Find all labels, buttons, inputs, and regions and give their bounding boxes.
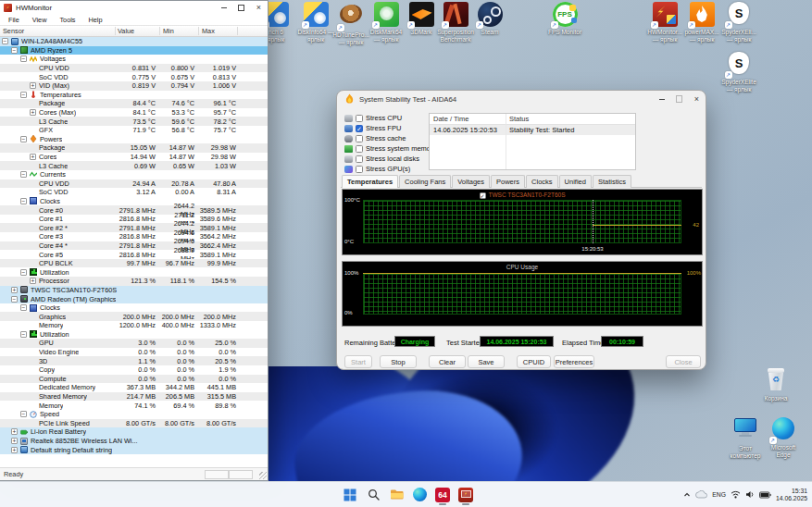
- category-row[interactable]: −Clocks: [0, 303, 268, 313]
- sensor-row[interactable]: Compute0.0 %0.0 %0.0 %: [0, 375, 268, 384]
- sensor-row[interactable]: Shared Memory214.7 MB206.5 MB315.5 MB: [0, 392, 268, 402]
- recycle-bin[interactable]: ♻Корзина: [756, 368, 796, 402]
- column-header-min[interactable]: Min: [163, 27, 174, 35]
- taskbar-search-icon[interactable]: [362, 484, 384, 505]
- start-button[interactable]: Start: [344, 355, 372, 368]
- sensor-row[interactable]: Memory74.1 %69.4 %89.8 %: [0, 401, 268, 410]
- taskbar-aida64-icon[interactable]: 64: [431, 484, 454, 505]
- checkbox-unchecked[interactable]: [356, 155, 363, 163]
- test-log-table[interactable]: Date / Time Status 14.06.2025 15:20:53 S…: [429, 113, 636, 170]
- this-pc[interactable]: Этоткомпьютер: [725, 416, 766, 459]
- column-header-value[interactable]: Value: [118, 27, 134, 35]
- tab-unified[interactable]: Unified: [559, 175, 592, 188]
- sensor-row[interactable]: Package15.05 W14.87 W29.98 W: [0, 143, 268, 153]
- sensor-row[interactable]: CPU VDD24.94 A20.78 A47.80 A: [0, 179, 268, 189]
- sensor-row[interactable]: +VID (Max)0.819 V0.794 V1.006 V: [0, 81, 268, 91]
- minimize-button[interactable]: [215, 1, 232, 15]
- stress-option[interactable]: Stress GPU(s): [344, 164, 436, 174]
- maximize-button[interactable]: [232, 1, 250, 15]
- sensor-row[interactable]: 3D1.1 %0.0 %20.5 %: [0, 356, 268, 365]
- sensor-row[interactable]: +Cores (Max)84.1 °C53.3 °C95.7 °C: [0, 108, 268, 117]
- sensor-row[interactable]: Graphics200.0 MHz200.0 MHz200.0 MHz: [0, 312, 268, 321]
- category-row[interactable]: −Currents: [0, 170, 268, 179]
- expander-expanded-icon[interactable]: −: [20, 171, 27, 178]
- tray-weather-cloud-icon[interactable]: [695, 490, 707, 499]
- category-row[interactable]: −Powers: [0, 135, 268, 144]
- category-row[interactable]: −Utilization: [0, 267, 268, 277]
- sensor-row[interactable]: Video Engine0.0 %0.0 %0.0 %: [0, 348, 268, 357]
- taskbar-start-icon[interactable]: [339, 484, 361, 505]
- tab-clocks[interactable]: Clocks: [526, 175, 558, 188]
- expander-collapsed-icon[interactable]: +: [30, 278, 36, 284]
- device-row[interactable]: −AMD Radeon (TM) Graphics: [0, 294, 268, 303]
- expander-expanded-icon[interactable]: −: [2, 38, 8, 44]
- tab-powers[interactable]: Powers: [491, 175, 525, 188]
- sensor-row[interactable]: Core #52816.8 MHz2688.9 MHz3589.1 MHz: [0, 250, 268, 259]
- preferences-button[interactable]: Preferences: [554, 355, 594, 368]
- category-row[interactable]: −Clocks: [0, 197, 268, 206]
- checkbox-unchecked[interactable]: [356, 145, 363, 153]
- sensor-row[interactable]: Memory1200.0 MHz400.0 MHz1333.0 MHz: [0, 321, 268, 330]
- sensor-row[interactable]: SoC VDD3.12 A0.00 A8.31 A: [0, 188, 268, 197]
- stop-button[interactable]: Stop: [380, 355, 417, 368]
- expander-collapsed-icon[interactable]: +: [30, 82, 36, 89]
- sensor-row[interactable]: Core #4 *2791.8 MHz2694.6 MHz3662.4 MHz: [0, 241, 268, 251]
- steam-shortcut[interactable]: ↗Steam: [469, 2, 510, 36]
- stress-option[interactable]: ✓Stress FPU: [344, 123, 436, 133]
- tray-clock[interactable]: 15:3114.06.2025: [776, 488, 807, 502]
- tab-temperatures[interactable]: Temperatures: [342, 175, 398, 188]
- category-row[interactable]: −Speed: [0, 410, 268, 419]
- column-header-max[interactable]: Max: [202, 27, 215, 35]
- cpuid-button[interactable]: CPUID: [517, 355, 551, 368]
- expander-expanded-icon[interactable]: −: [20, 56, 27, 62]
- device-row[interactable]: −WIN-L2A48AM4C55: [0, 37, 268, 46]
- sensor-row[interactable]: Core #02791.8 MHz2644.2 MHz3589.5 MHz: [0, 205, 268, 215]
- stress-option[interactable]: Stress CPU: [344, 113, 436, 123]
- log-row[interactable]: 14.06.2025 15:20:53 Stability Test: Star…: [430, 125, 635, 135]
- sensor-row[interactable]: Copy0.0 %0.0 %1.9 %: [0, 365, 268, 375]
- sensor-row[interactable]: Dedicated Memory367.3 MB344.2 MB445.1 MB: [0, 383, 268, 392]
- sensor-row[interactable]: Core #32816.8 MHz2694.6 MHz3564.2 MHz: [0, 232, 268, 241]
- menu-item-file[interactable]: File: [2, 16, 26, 24]
- category-row[interactable]: −Temperatures: [0, 91, 268, 100]
- device-row[interactable]: −AMD Ryzen 5: [0, 46, 268, 56]
- hwmonitor-column-header[interactable]: SensorValueMinMax: [0, 25, 268, 37]
- taskbar-explorer-icon[interactable]: [385, 484, 407, 505]
- taskbar-edge-icon[interactable]: [408, 484, 431, 505]
- stress-option[interactable]: Stress cache: [344, 133, 436, 143]
- close-button[interactable]: ×: [250, 1, 268, 15]
- save-button[interactable]: Save: [468, 355, 505, 368]
- minimize-button[interactable]: [653, 91, 670, 107]
- powermax-shortcut[interactable]: ↗powerMAX...— ярлык: [681, 2, 722, 43]
- category-row[interactable]: −Utilization: [0, 330, 268, 340]
- sensor-row[interactable]: Core #2 *2791.8 MHz2644.2 MHz3589.1 MHz: [0, 223, 268, 232]
- menu-item-tools[interactable]: Tools: [53, 16, 81, 24]
- stress-option[interactable]: Stress local disks: [344, 154, 436, 164]
- sensor-row[interactable]: PCIe Link Speed8.00 GT/s8.00 GT/s8.00 GT…: [0, 419, 268, 428]
- category-row[interactable]: −Voltages: [0, 55, 268, 64]
- close-button[interactable]: Close: [666, 355, 701, 368]
- stress-option[interactable]: Stress system memory: [344, 143, 436, 154]
- sensor-row[interactable]: GFX71.9 °C56.8 °C75.7 °C: [0, 126, 268, 135]
- expander-collapsed-icon[interactable]: +: [30, 109, 36, 116]
- sensor-row[interactable]: GPU3.0 %0.0 %25.0 %: [0, 339, 268, 348]
- device-row[interactable]: +Realtek 8852BE Wireless LAN Wi...: [0, 437, 268, 446]
- aida64-titlebar[interactable]: System Stability Test - AIDA64 ×: [337, 91, 706, 107]
- expander-expanded-icon[interactable]: −: [11, 296, 18, 303]
- close-button[interactable]: ×: [688, 91, 706, 107]
- sensor-row[interactable]: Core #12816.8 MHz2711.2 MHz3589.6 MHz: [0, 215, 268, 224]
- fps-monitor-shortcut[interactable]: FPS↗FPS Monitor: [544, 2, 585, 36]
- expander-expanded-icon[interactable]: −: [20, 304, 27, 311]
- expander-expanded-icon[interactable]: −: [20, 331, 27, 338]
- expander-collapsed-icon[interactable]: +: [11, 447, 18, 453]
- tray-chevron-up-icon[interactable]: [683, 491, 691, 499]
- menu-item-help[interactable]: Help: [82, 16, 109, 24]
- sensor-row[interactable]: Package84.4 °C74.6 °C96.1 °C: [0, 99, 268, 108]
- expander-expanded-icon[interactable]: −: [20, 136, 27, 142]
- spyderx-elite-shortcut[interactable]: S↗SpyderXElite— ярлык: [718, 52, 759, 93]
- expander-expanded-icon[interactable]: −: [20, 269, 27, 276]
- expander-collapsed-icon[interactable]: +: [11, 287, 18, 293]
- checkbox-unchecked[interactable]: [356, 115, 363, 122]
- device-row[interactable]: +Default string Default string: [0, 445, 268, 454]
- language-indicator[interactable]: ENG: [712, 491, 726, 498]
